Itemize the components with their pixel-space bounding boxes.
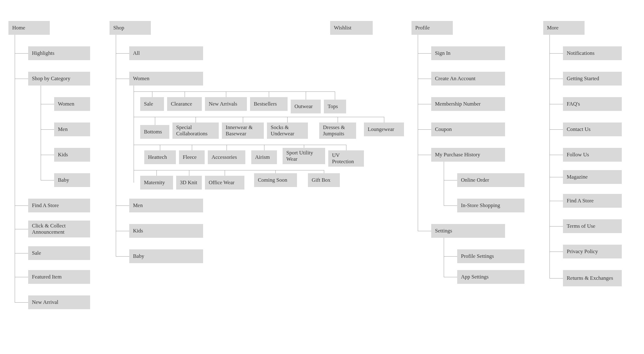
shop-men[interactable]: Men [129, 199, 203, 212]
profile-create[interactable]: Create An Account [431, 72, 505, 86]
home-new-arrival[interactable]: New Arrival [28, 295, 90, 309]
more-magazine[interactable]: Magazine [563, 170, 622, 184]
women-bestsellers[interactable]: Bestsellers [250, 97, 288, 111]
profile-settings[interactable]: Settings [431, 224, 505, 238]
more-getting-started[interactable]: Getting Started [563, 72, 622, 86]
profile-instore[interactable]: In-Store Shopping [457, 199, 524, 212]
profile-app-set[interactable]: App Settings [457, 270, 524, 284]
profile-purchase[interactable]: My Purchase History [431, 148, 505, 162]
women-sale[interactable]: Sale [140, 97, 164, 111]
profile-membership[interactable]: Membership Number [431, 97, 505, 111]
women-office[interactable]: Office Wear [205, 176, 244, 190]
women-giftbox[interactable]: Gift Box [308, 173, 340, 187]
women-heattech[interactable]: Heattech [144, 150, 176, 164]
women-airism[interactable]: Airism [251, 150, 277, 164]
home-cat-women[interactable]: Women [54, 97, 90, 111]
home-sale[interactable]: Sale [28, 246, 90, 260]
more-returns[interactable]: Returns & Exchanges [563, 270, 622, 286]
home-find-a-store[interactable]: Find A Store [28, 199, 90, 212]
profile-prof-set[interactable]: Profile Settings [457, 249, 524, 263]
home-cat-men[interactable]: Men [54, 122, 90, 136]
women-maternity[interactable]: Maternity [140, 176, 173, 190]
women-innerwear[interactable]: Innerwear & Basewear [222, 122, 264, 139]
home-cat-baby[interactable]: Baby [54, 173, 90, 187]
more-contact[interactable]: Contact Us [563, 122, 622, 136]
shop-all[interactable]: All [129, 46, 203, 60]
more-privacy[interactable]: Privacy Policy [563, 245, 622, 258]
women-dresses[interactable]: Dresses & Jumpsuits [319, 122, 356, 139]
women-special[interactable]: Special Collaborations [172, 122, 219, 139]
women-accessories[interactable]: Accessories [208, 150, 245, 164]
home-highlights[interactable]: Highlights [28, 46, 90, 60]
more-terms[interactable]: Terms of Use [563, 219, 622, 233]
women-coming[interactable]: Coming Soon [254, 173, 297, 187]
more-find-store[interactable]: Find A Store [563, 194, 622, 208]
shop-baby[interactable]: Baby [129, 249, 203, 263]
more-root[interactable]: More [543, 21, 585, 35]
women-socks[interactable]: Socks & Underwear [267, 122, 308, 139]
women-3dknit[interactable]: 3D Knit [176, 176, 202, 190]
women-bottoms[interactable]: Bottoms [140, 125, 169, 139]
home-featured-item[interactable]: Featured Item [28, 270, 90, 284]
home-cat-kids[interactable]: Kids [54, 148, 90, 162]
home-shop-by-category[interactable]: Shop by Category [28, 72, 90, 86]
profile-online[interactable]: Online Order [457, 173, 524, 187]
profile-coupon[interactable]: Coupon [431, 122, 505, 136]
home-click-collect[interactable]: Click & Collect Announcement [28, 221, 90, 237]
sitemap-canvas: Home Highlights Shop by Category Women M… [0, 0, 644, 354]
more-faqs[interactable]: FAQ's [563, 97, 622, 111]
more-follow[interactable]: Follow Us [563, 148, 622, 162]
more-notifications[interactable]: Notifications [563, 46, 622, 60]
shop-kids[interactable]: Kids [129, 224, 203, 238]
women-loungewear[interactable]: Loungewear [364, 122, 404, 136]
profile-sign-in[interactable]: Sign In [431, 46, 505, 60]
women-new-arrivals[interactable]: New Arrivals [205, 97, 247, 111]
home-root[interactable]: Home [8, 21, 50, 35]
wishlist-root[interactable]: Wishlist [330, 21, 373, 35]
women-fleece[interactable]: Fleece [179, 150, 205, 164]
women-uv[interactable]: UV Protection [328, 150, 364, 167]
shop-root[interactable]: Shop [110, 21, 151, 35]
women-clearance[interactable]: Clearance [167, 97, 202, 111]
shop-women[interactable]: Women [129, 72, 203, 86]
women-outwear[interactable]: Outwear [291, 100, 321, 113]
women-tops[interactable]: Tops [324, 100, 346, 113]
profile-root[interactable]: Profile [411, 21, 453, 35]
women-sport[interactable]: Sport Utility Wear [283, 148, 325, 164]
